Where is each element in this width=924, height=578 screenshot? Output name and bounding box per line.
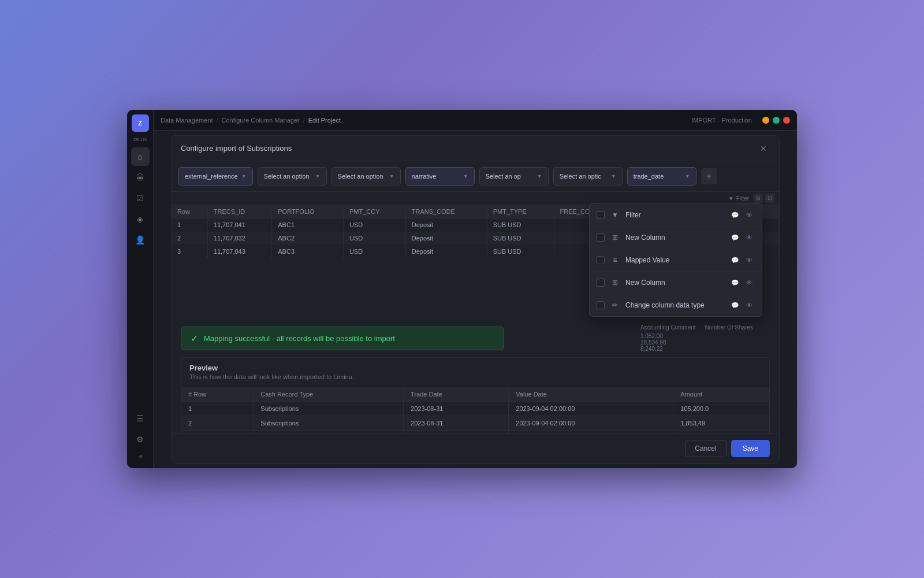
change-type-comment-icon[interactable]: 💬 [729,299,741,311]
top-bar: Data Management / Configure Column Manag… [154,110,797,131]
save-button[interactable]: Save [731,440,770,457]
dialog-title: Configure import of Subscriptions [181,144,292,153]
change-type-actions: 💬 👁 [729,299,755,311]
new-column-1-checkbox[interactable] [597,234,605,242]
preview-section: Preview This is how the data will look l… [181,357,770,434]
preview-table-row: 2 Subscriptions 2023-08-31 2023-09-04 02… [181,416,769,430]
maximize-button[interactable] [773,117,780,124]
change-type-label: Change column data type [625,301,724,309]
dialog-close-button[interactable]: ✕ [757,142,770,155]
preview-col-amount: Amount [673,387,769,402]
menu-item-filter[interactable]: ▼ Filter 💬 👁 [590,204,762,227]
filter-menu-label: Filter [625,211,724,219]
chevron-down-icon: ▼ [537,173,542,179]
collapse-icon[interactable]: ⊟ [754,194,763,203]
dialog-footer: Cancel Save [172,433,779,463]
breadcrumb-data-management[interactable]: Data Management [161,117,213,124]
filter-icon: ▼ [728,195,734,202]
menu-item-new-column-1[interactable]: ⊞ New Column 💬 👁 [590,227,762,249]
new-column-2-icon: ⊞ [610,279,620,287]
accounting-value-3: 8,240.22 [640,346,696,352]
menu-item-change-data-type[interactable]: ✏ Change column data type 💬 👁 [590,294,762,316]
preview-col-type: Cash Record Type [254,387,404,402]
mapping-dropdown-2[interactable]: Select an option ▼ [331,167,401,186]
new-column-1-label: New Column [625,234,724,242]
preview-col-trade-date: Trade Date [404,387,509,402]
menu-item-mapped-value[interactable]: ≡ Mapped Value 💬 👁 [590,249,762,272]
expand-icon[interactable]: ⊡ [765,194,774,203]
add-column-button[interactable]: + [701,168,717,184]
change-type-eye-icon[interactable]: 👁 [743,299,755,311]
filter-eye-icon[interactable]: 👁 [743,209,755,221]
accounting-value-2: 18,534.98 [640,339,696,346]
col-header-trecs: TRECS_ID [207,205,271,218]
success-icon: ✓ [191,333,198,344]
sidebar-item-data[interactable]: 🏛 [131,168,150,187]
menu-item-new-column-2[interactable]: ⊞ New Column 💬 👁 [590,272,762,294]
chevron-down-icon: ▼ [685,173,690,179]
mapping-dropdown-3[interactable]: Select an op ▼ [479,167,549,186]
filter-menu-icon: ▼ [610,211,620,219]
change-type-checkbox[interactable] [597,301,605,309]
filter-menu-actions: 💬 👁 [729,209,755,221]
content-area: ✓ Mapping successful - all records will … [172,320,779,434]
mapping-dropdown-narrative[interactable]: narrative ▼ [405,167,475,186]
extra-columns-area: Accounting Comment 1,052.00 18,534.98 8,… [640,324,756,352]
mapping-dropdown-trade-date[interactable]: trade_date ▼ [627,167,696,186]
top-bar-center: IMPORT - Production [691,117,752,124]
dialog-header: Configure import of Subscriptions ✕ [172,136,779,161]
cancel-button[interactable]: Cancel [685,440,726,457]
success-message: Mapping successful - all records will be… [204,334,395,343]
mapping-dropdown-1[interactable]: Select an option ▼ [258,167,327,186]
app-window: Z ZELLIS ⌂ 🏛 ☑ ◈ 👤 ☰ ⚙ ◀ Data Management… [127,110,797,468]
col-header-portfolio: PORTFOLIO [272,205,344,218]
mapped-value-checkbox[interactable] [597,256,605,264]
preview-subtitle: This is how the data will look like when… [189,373,761,380]
new-column-2-eye-icon[interactable]: 👁 [743,277,755,288]
breadcrumb-column-manager[interactable]: Configure Column Manager [222,117,300,124]
mapping-dropdown-external-reference[interactable]: external_reference ▼ [178,167,253,186]
change-type-icon: ✏ [610,301,620,309]
preview-col-row: # Row [181,387,254,402]
filter-comment-icon[interactable]: 💬 [729,209,741,221]
new-column-2-comment-icon[interactable]: 💬 [729,277,741,288]
filter-indicator: ▼ Filter [728,195,749,202]
preview-table: # Row Cash Record Type Trade Date Value … [181,387,769,434]
minimize-button[interactable] [762,117,769,124]
sidebar-item-users[interactable]: 👤 [131,231,150,249]
col-header-pmt-ccy: PMT_CCY [343,205,405,218]
filter-checkbox[interactable] [597,211,605,219]
sidebar-item-connections[interactable]: ◈ [131,210,150,228]
sidebar-item-tasks[interactable]: ☑ [131,189,150,208]
new-column-1-comment-icon[interactable]: 💬 [729,232,741,243]
breadcrumb-edit-project[interactable]: Edit Project [308,117,341,124]
col-header-pmt-type: PMT_TYPE [487,205,554,218]
sidebar-item-menu[interactable]: ☰ [131,409,150,428]
chevron-down-icon: ▼ [389,173,394,179]
sidebar-item-home[interactable]: ⌂ [131,147,150,166]
new-column-1-icon: ⊞ [610,234,620,242]
dropdown-menu-popup: ▼ Filter 💬 👁 ⊞ New Column 💬 👁 [589,203,762,317]
close-window-button[interactable] [783,117,790,124]
new-column-1-eye-icon[interactable]: 👁 [743,232,755,243]
mapping-row: external_reference ▼ Select an option ▼ … [172,161,779,192]
preview-table-row: 3 Subscriptions 2023-08-31 2023-09-04 02… [181,430,769,433]
sidebar-label: ZELLIS [133,138,147,142]
accounting-comment-header: Accounting Comment [640,324,696,331]
main-content: Data Management / Configure Column Manag… [154,110,797,468]
mapping-dropdown-4[interactable]: Select an optic ▼ [553,167,623,186]
mapped-value-actions: 💬 👁 [729,254,755,266]
chevron-down-icon: ▼ [463,173,468,179]
sidebar-item-settings[interactable]: ⚙ [131,430,150,449]
chevron-down-icon: ▼ [611,173,616,179]
new-column-2-checkbox[interactable] [597,279,605,287]
mapped-value-comment-icon[interactable]: 💬 [729,254,741,266]
new-column-2-label: New Column [625,279,724,287]
mapped-value-eye-icon[interactable]: 👁 [743,254,755,266]
number-of-shares-header: Number Of Shares [705,324,753,331]
window-controls [762,117,790,124]
preview-table-row: 1 Subscriptions 2023-08-31 2023-09-04 02… [181,401,769,416]
success-banner: ✓ Mapping successful - all records will … [181,327,504,350]
preview-col-value-date: Value Date [509,387,673,402]
chevron-down-icon: ▼ [241,173,247,179]
